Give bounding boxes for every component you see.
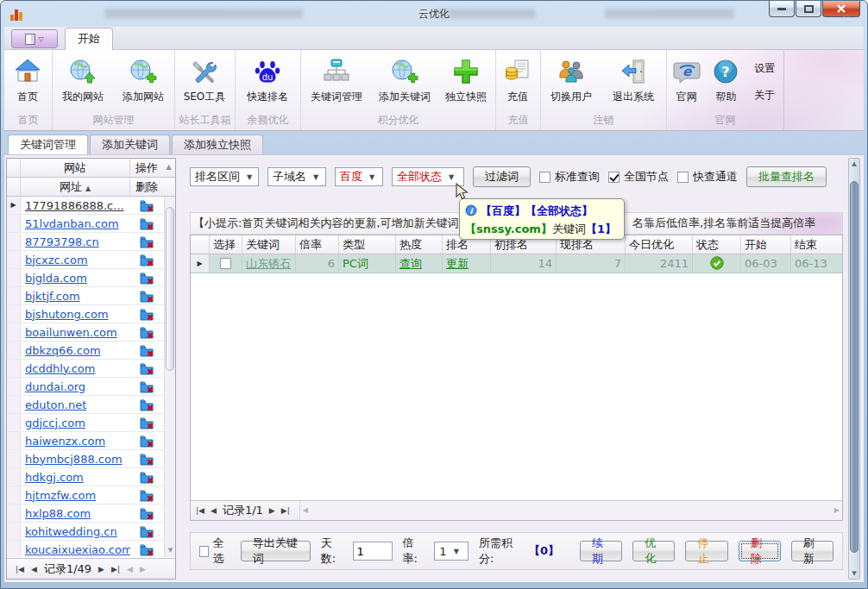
site-link[interactable]: 87793798.cn	[21, 235, 130, 248]
delete-site-icon[interactable]	[130, 417, 163, 429]
cell-heat[interactable]: 查询	[396, 254, 443, 273]
switch-user-button[interactable]: 切换用户	[541, 54, 601, 111]
tab-keyword-mgmt[interactable]: 关键词管理	[8, 135, 88, 154]
filter-words-button[interactable]: 过滤词	[473, 166, 531, 187]
pager-scroll-left-icon[interactable]: ◀	[127, 565, 133, 573]
main-vertical-scrollbar[interactable]: ▲ ▼	[848, 158, 860, 580]
site-link[interactable]: dundai.org	[21, 380, 130, 393]
add-keyword-button[interactable]: 添加关键词	[372, 54, 437, 111]
site-link[interactable]: dbkzq66.com	[21, 344, 130, 357]
delete-site-icon[interactable]	[130, 362, 163, 375]
col-end[interactable]: 结束	[791, 235, 842, 254]
delete-site-icon[interactable]	[130, 507, 163, 520]
delete-site-icon[interactable]	[130, 380, 163, 393]
delete-site-icon[interactable]	[130, 308, 163, 321]
scrollbar-thumb[interactable]	[850, 181, 859, 553]
delete-site-icon[interactable]	[130, 398, 163, 411]
app-menu-button[interactable]: ▽	[11, 29, 58, 48]
delete-site-icon[interactable]	[130, 525, 163, 538]
rank-range-select[interactable]: 排名区间▼	[190, 167, 259, 186]
site-link[interactable]: boailunwen.com	[21, 326, 130, 339]
batch-rank-button[interactable]: 批量查排名	[746, 166, 827, 187]
my-sites-button[interactable]: 我的网站	[53, 54, 113, 111]
col-type[interactable]: 类型	[339, 235, 396, 254]
site-link[interactable]: 51lvdanban.com	[21, 217, 130, 230]
delete-site-icon[interactable]	[130, 471, 163, 484]
site-link[interactable]: gdjccj.com	[21, 417, 130, 429]
pager-next-icon[interactable]: ▶	[269, 506, 275, 515]
refresh-button[interactable]: 刷新	[791, 541, 833, 561]
col-keyword[interactable]: 关键词	[242, 235, 296, 254]
keyword-mgmt-button[interactable]: 关键词管理	[301, 54, 372, 111]
quick-rank-button[interactable]: du 快速排名	[236, 54, 299, 111]
help-button[interactable]: ? 帮助	[707, 54, 746, 111]
ribbon-tab-start[interactable]: 开始	[65, 28, 113, 50]
column-header-operation[interactable]: 操作	[130, 159, 163, 177]
pager-scroll-right-icon[interactable]: ▶	[140, 565, 146, 573]
col-today-opt[interactable]: 今日优化	[626, 235, 693, 254]
site-link[interactable]: bjglda.com	[21, 272, 130, 285]
pager-last-icon[interactable]: ▶|	[281, 506, 290, 515]
quick-channel-checkbox[interactable]: 快查通道	[677, 169, 738, 185]
seo-tools-button[interactable]: SEO工具	[175, 54, 234, 111]
add-site-button[interactable]: 添加网站	[113, 54, 173, 111]
exit-system-button[interactable]: 退出系统	[601, 54, 665, 111]
about-button[interactable]: 关于	[754, 88, 775, 103]
scroll-down-icon[interactable]: ▼	[165, 547, 176, 557]
optimize-button[interactable]: 优化	[632, 541, 675, 561]
cell-keyword[interactable]: 山东锈石	[242, 254, 296, 273]
delete-button[interactable]: 删除	[739, 541, 781, 561]
site-link[interactable]: eduton.net	[21, 398, 130, 411]
stop-button[interactable]: 停止	[685, 541, 727, 561]
delete-site-icon[interactable]	[130, 489, 163, 502]
delete-site-icon[interactable]	[130, 290, 163, 303]
site-link[interactable]: 17791886888.c...	[21, 199, 130, 212]
national-nodes-checkbox[interactable]: 全国节点	[608, 169, 669, 185]
collapse-ribbon-icon[interactable]: ︿	[841, 8, 852, 22]
subdomain-select[interactable]: 子域名▼	[267, 167, 326, 186]
site-link[interactable]: hjtmzfw.com	[21, 489, 130, 502]
pager-prev-icon[interactable]: ◀	[31, 565, 37, 573]
scroll-up-icon[interactable]: ▲	[163, 159, 174, 177]
pager-first-icon[interactable]: |◀	[196, 506, 204, 515]
scrollbar-thumb[interactable]	[166, 207, 174, 371]
scroll-right-icon[interactable]: ▶	[834, 506, 840, 514]
delete-site-icon[interactable]	[130, 199, 163, 212]
site-link[interactable]: dcddhly.com	[21, 362, 130, 375]
delete-site-icon[interactable]	[130, 272, 163, 285]
delete-site-icon[interactable]	[130, 235, 163, 248]
delete-site-icon[interactable]	[130, 344, 163, 357]
scroll-up-icon[interactable]: ▲	[849, 160, 859, 167]
home-button[interactable]: 首页	[4, 54, 51, 111]
column-header-delete[interactable]: 删除	[130, 178, 163, 196]
column-header-url[interactable]: 网址▲	[21, 178, 130, 196]
delete-site-icon[interactable]	[130, 453, 163, 466]
restore-button[interactable]	[796, 1, 821, 17]
pager-next-icon[interactable]: ▶	[98, 565, 104, 573]
export-keywords-button[interactable]: 导出关键词	[241, 541, 311, 561]
site-link[interactable]: bjktjf.com	[21, 290, 130, 303]
site-link[interactable]: kohitwedding.cn	[21, 525, 130, 538]
recharge-button[interactable]: 充值	[496, 54, 539, 111]
site-link[interactable]: bjshutong.com	[21, 308, 130, 321]
engine-select[interactable]: 百度▼	[335, 167, 383, 186]
select-all-checkbox[interactable]: 全选	[199, 536, 230, 567]
minimize-button[interactable]	[769, 1, 795, 17]
delete-site-icon[interactable]	[130, 254, 163, 266]
sidebar-scrollbar[interactable]: ▼	[164, 197, 175, 557]
col-select[interactable]: 选择	[210, 235, 242, 254]
tab-add-snapshot[interactable]: 添加独立快照	[172, 135, 263, 154]
site-link[interactable]: bjcxzc.com	[21, 254, 130, 266]
renew-button[interactable]: 续期	[580, 541, 622, 561]
site-link[interactable]: hbymbcj888.com	[21, 453, 130, 466]
pager-first-icon[interactable]: |◀	[16, 565, 24, 573]
scroll-left-icon[interactable]: ◀	[303, 506, 308, 514]
scroll-down-icon[interactable]: ▼	[849, 570, 859, 577]
delete-site-icon[interactable]	[130, 543, 163, 556]
site-link[interactable]: hxlp88.com	[21, 507, 130, 520]
col-heat[interactable]: 热度	[396, 235, 443, 254]
delete-site-icon[interactable]	[130, 217, 163, 230]
grid-horizontal-scrollbar[interactable]: ◀ ▶	[299, 501, 842, 520]
standard-query-checkbox[interactable]: 标准查询	[539, 169, 600, 185]
official-site-button[interactable]: e 官网	[667, 54, 707, 111]
